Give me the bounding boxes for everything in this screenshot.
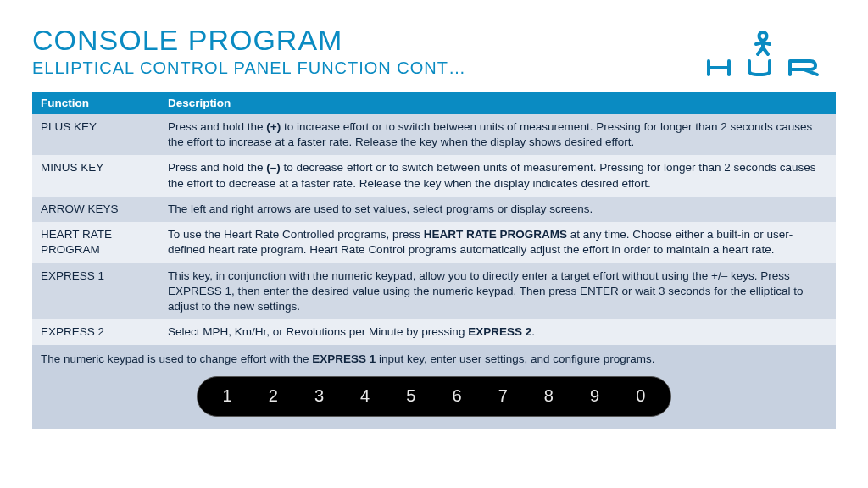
cell-description: This key, in conjunction with the numeri… [159, 263, 836, 320]
function-table: Function Description PLUS KEYPress and h… [32, 92, 836, 429]
table-row: PLUS KEYPress and hold the (+) to increa… [32, 114, 836, 155]
keypad-key[interactable]: 8 [533, 385, 564, 408]
table-row: HEART RATE PROGRAMTo use the Heart Rate … [32, 222, 836, 263]
keypad-key[interactable]: 5 [396, 385, 426, 408]
keypad-key[interactable]: 0 [626, 385, 656, 408]
page-subtitle: ELLIPTICAL CONTROL PANEL FUNCTION CONT… [32, 58, 702, 78]
brand-logo [702, 24, 836, 78]
keypad-key[interactable]: 3 [303, 385, 334, 408]
col-description: Description [159, 92, 836, 114]
table-row: ARROW KEYSThe left and right arrows are … [32, 197, 836, 222]
cell-function: MINUS KEY [32, 155, 159, 196]
keypad-key[interactable]: 2 [258, 385, 288, 408]
cell-description: Select MPH, Km/Hr, or Revolutions per Mi… [159, 319, 836, 345]
cell-function: ARROW KEYS [32, 197, 159, 222]
footnote-text: The numeric keypad is used to change eff… [41, 352, 827, 375]
cell-function: PLUS KEY [32, 114, 159, 155]
page-title: CONSOLE PROGRAM [32, 24, 702, 57]
table-row: EXPRESS 1This key, in conjunction with t… [32, 263, 836, 320]
keypad-key[interactable]: 4 [350, 385, 381, 408]
cell-function: HEART RATE PROGRAM [32, 222, 159, 263]
keypad-key[interactable]: 7 [487, 385, 518, 408]
col-function: Function [32, 92, 159, 114]
table-footnote-row: The numeric keypad is used to change eff… [32, 345, 836, 428]
cell-description: Press and hold the (–) to decrease effor… [159, 155, 836, 196]
keypad-key[interactable]: 9 [580, 385, 610, 408]
page-header: CONSOLE PROGRAM ELLIPTICAL CONTROL PANEL… [0, 0, 868, 81]
cell-description: The left and right arrows are used to se… [159, 197, 836, 222]
table-row: EXPRESS 2Select MPH, Km/Hr, or Revolutio… [32, 319, 836, 345]
keypad-key[interactable]: 6 [442, 385, 472, 408]
numeric-keypad: 1234567890 [197, 376, 671, 417]
cell-description: To use the Heart Rate Controlled program… [159, 222, 836, 263]
cell-function: EXPRESS 1 [32, 263, 159, 320]
footnote-cell: The numeric keypad is used to change eff… [32, 345, 836, 428]
keypad-key[interactable]: 1 [212, 385, 242, 408]
cell-function: EXPRESS 2 [32, 319, 159, 345]
cell-description: Press and hold the (+) to increase effor… [159, 114, 836, 155]
table-row: MINUS KEYPress and hold the (–) to decre… [32, 155, 836, 196]
